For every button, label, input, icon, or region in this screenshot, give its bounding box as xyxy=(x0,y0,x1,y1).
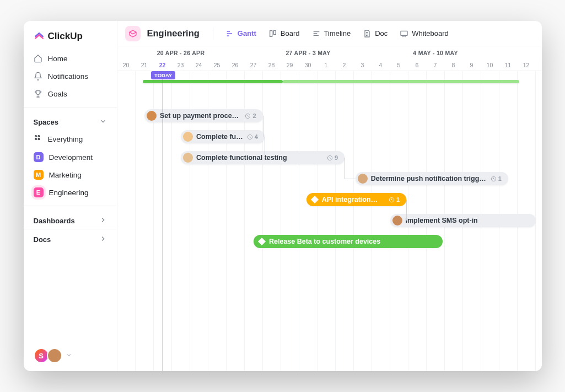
view-tab-board[interactable]: Board xyxy=(264,26,304,41)
view-label: Gantt xyxy=(238,29,256,37)
task-label: Release Beta to customer devices xyxy=(269,238,380,245)
chevron-down-icon[interactable] xyxy=(66,351,72,361)
day-label[interactable]: 23 xyxy=(172,62,190,68)
page-title: Engineering xyxy=(147,28,200,39)
week-label: 20 APR - 26 APR xyxy=(117,50,245,56)
user-avatars[interactable]: S xyxy=(34,348,72,363)
day-label[interactable]: 8 xyxy=(445,62,463,68)
task-label: API integration… xyxy=(322,196,378,203)
app-window: ClickUp Home Notifications Goals Spaces xyxy=(24,21,542,371)
grid-icon xyxy=(34,134,42,144)
dashboards-heading[interactable]: Dashboards xyxy=(24,213,117,229)
day-label[interactable]: 30 xyxy=(299,62,318,68)
day-label[interactable]: 5 xyxy=(390,62,408,68)
space-development[interactable]: D Development xyxy=(24,148,117,166)
today-marker xyxy=(163,71,163,371)
chevron-right-icon xyxy=(99,216,107,225)
whiteboard-icon xyxy=(400,29,408,38)
space-engineering[interactable]: E Engineering xyxy=(24,184,117,201)
day-label[interactable]: 7 xyxy=(427,62,445,68)
clickup-logo-icon xyxy=(34,31,45,42)
nav-goals[interactable]: Goals xyxy=(24,85,117,103)
day-label[interactable]: 3 xyxy=(354,62,372,68)
day-label[interactable]: 24 xyxy=(190,62,208,68)
space-everything[interactable]: Everything xyxy=(24,130,117,148)
day-label[interactable]: 10 xyxy=(481,62,499,68)
task-bar[interactable]: Complete functio…4 xyxy=(181,130,265,143)
task-row: Release Beta to customer devices xyxy=(117,233,542,250)
subtask-count[interactable]: 1 xyxy=(491,175,502,182)
space-icon-chip[interactable] xyxy=(125,26,141,41)
day-label[interactable]: 26 xyxy=(227,62,245,68)
task-row: Determine push notification triggers1 xyxy=(117,170,542,187)
task-row: Complete functio…4 xyxy=(117,128,542,145)
timeline-icon xyxy=(312,29,321,38)
docs-heading[interactable]: Docs xyxy=(24,232,117,248)
home-icon xyxy=(34,54,42,63)
assignee-avatar[interactable] xyxy=(392,216,402,225)
task-label: Complete functional testing xyxy=(196,154,287,162)
day-label[interactable]: 6 xyxy=(408,62,427,68)
day-label[interactable]: 9 xyxy=(463,62,481,68)
day-label[interactable]: 1 xyxy=(318,62,336,68)
day-label[interactable]: 12 xyxy=(518,62,536,68)
task-bar[interactable]: Release Beta to customer devices xyxy=(254,235,443,248)
subtask-count[interactable]: 9 xyxy=(327,154,338,161)
subtask-icon xyxy=(491,176,497,182)
space-marketing[interactable]: M Marketing xyxy=(24,166,117,184)
space-label: Development xyxy=(49,153,93,162)
docs-label: Docs xyxy=(34,235,51,244)
task-bar[interactable]: Implement SMS opt-in xyxy=(390,214,536,227)
svg-rect-6 xyxy=(401,31,407,35)
overall-progress-segment[interactable] xyxy=(143,80,283,83)
brand-logo[interactable]: ClickUp xyxy=(24,31,117,50)
task-row: Complete functional testing9 xyxy=(117,149,542,166)
view-label: Timeline xyxy=(324,29,351,37)
main-pane: Engineering Gantt Board Timeline xyxy=(117,21,542,371)
task-bar[interactable]: Determine push notification triggers1 xyxy=(356,172,508,185)
assignee-avatar[interactable] xyxy=(358,174,368,184)
spaces-heading[interactable]: Spaces xyxy=(24,114,117,130)
sidebar: ClickUp Home Notifications Goals Spaces xyxy=(24,21,117,371)
view-tab-gantt[interactable]: Gantt xyxy=(221,26,261,41)
nav-home[interactable]: Home xyxy=(24,50,117,67)
task-label: Complete functio… xyxy=(196,133,244,141)
spaces-heading-label: Spaces xyxy=(34,118,59,126)
subtask-icon xyxy=(327,155,333,161)
day-label[interactable]: 20 xyxy=(117,62,136,68)
dependency-line xyxy=(263,116,263,137)
view-tab-whiteboard[interactable]: Whiteboard xyxy=(395,26,453,41)
view-tab-doc[interactable]: Doc xyxy=(358,26,392,41)
nav-home-label: Home xyxy=(48,55,68,63)
subtask-count[interactable]: 2 xyxy=(245,112,256,119)
day-label[interactable]: 25 xyxy=(208,62,227,68)
day-label[interactable]: 4 xyxy=(372,62,390,68)
assignee-avatar[interactable] xyxy=(183,132,193,142)
assignee-avatar[interactable] xyxy=(183,153,193,163)
task-bar[interactable]: API integration…1 xyxy=(306,193,407,206)
assignee-avatar[interactable] xyxy=(147,111,157,121)
day-label[interactable]: 27 xyxy=(245,62,263,68)
subtask-count[interactable]: 1 xyxy=(389,196,400,203)
nav-notifications[interactable]: Notifications xyxy=(24,67,117,85)
gantt-chart[interactable]: Set up payment processing2Complete funct… xyxy=(117,71,542,371)
svg-point-2 xyxy=(35,138,36,140)
chevron-right-icon xyxy=(99,235,107,244)
day-label[interactable]: 2 xyxy=(336,62,354,68)
day-label[interactable]: 28 xyxy=(263,62,281,68)
dashboards-label: Dashboards xyxy=(34,217,75,225)
svg-rect-4 xyxy=(270,30,272,36)
view-tab-timeline[interactable]: Timeline xyxy=(308,26,356,41)
task-bar[interactable]: Complete functional testing9 xyxy=(181,151,345,164)
day-label[interactable]: 11 xyxy=(499,62,518,68)
chevron-down-icon xyxy=(99,117,107,127)
overall-progress-segment[interactable] xyxy=(283,80,519,83)
day-label[interactable]: 29 xyxy=(281,62,299,68)
svg-rect-5 xyxy=(273,30,276,34)
day-label[interactable]: 21 xyxy=(136,62,154,68)
day-label[interactable]: 22 xyxy=(154,62,172,68)
avatar[interactable] xyxy=(47,348,62,363)
subtask-count[interactable]: 4 xyxy=(247,133,258,140)
docs-section: Docs xyxy=(24,229,117,248)
brand-name: ClickUp xyxy=(48,31,83,42)
